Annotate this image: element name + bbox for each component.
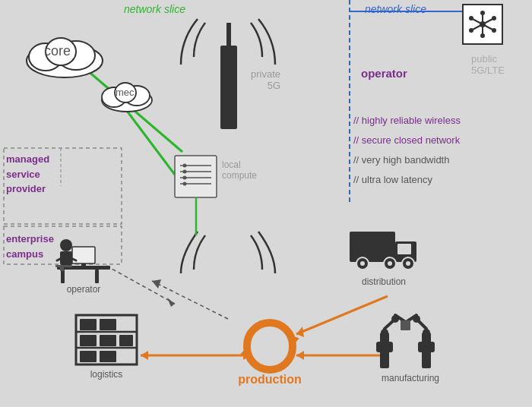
- shelf-svg: [72, 311, 141, 368]
- local-compute-label: local compute: [222, 159, 257, 181]
- svg-rect-80: [119, 335, 133, 346]
- svg-rect-8: [226, 23, 231, 47]
- public-5g-lte-label: public 5G/LTE: [471, 53, 505, 76]
- svg-rect-7: [220, 46, 237, 129]
- truck-svg: [346, 220, 422, 277]
- managed-service-provider-label: managed managed service provider service…: [6, 152, 49, 197]
- operator-right-label: operator: [361, 67, 407, 80]
- production-icon: production: [232, 315, 308, 386]
- svg-point-17: [183, 182, 187, 186]
- svg-point-51: [469, 16, 473, 21]
- feature2-line: // secure closed network: [353, 132, 461, 149]
- svg-rect-63: [60, 265, 64, 271]
- svg-point-58: [60, 239, 72, 251]
- svg-rect-54: [95, 270, 99, 283]
- svg-marker-22: [141, 351, 148, 360]
- distribution-icon: distribution: [346, 220, 422, 287]
- svg-marker-30: [152, 279, 161, 289]
- svg-point-70: [388, 261, 392, 266]
- network-hub-icon: [462, 4, 503, 45]
- svg-marker-20: [167, 298, 175, 307]
- network-slice-right-label: network slice: [365, 3, 426, 15]
- logistics-icon: logistics: [72, 311, 141, 380]
- svg-point-46: [480, 11, 485, 15]
- enterprise-campus-label: enterprise campus: [6, 232, 54, 261]
- svg-line-29: [152, 281, 228, 319]
- svg-rect-9: [175, 156, 217, 197]
- logistics-label: logistics: [72, 369, 141, 380]
- svg-rect-53: [61, 270, 65, 283]
- svg-rect-57: [77, 266, 90, 267]
- hub-svg: [467, 9, 498, 39]
- manufacturing-label: manufacturing: [372, 373, 448, 383]
- svg-rect-66: [397, 244, 411, 254]
- svg-point-49: [480, 33, 485, 38]
- svg-rect-77: [100, 319, 116, 330]
- feature1-line: // highly reliable wireless: [353, 112, 461, 129]
- svg-point-50: [469, 28, 473, 33]
- svg-point-68: [360, 261, 365, 266]
- robot-svg: [372, 311, 448, 372]
- feature-list: // highly reliable wireless // secure cl…: [353, 112, 461, 188]
- operator-person-svg: [49, 224, 118, 285]
- svg-rect-81: [80, 351, 97, 362]
- operator-icon: operator: [49, 224, 118, 295]
- svg-point-48: [492, 28, 496, 33]
- production-svg: [232, 315, 308, 376]
- manufacturing-icon: manufacturing: [372, 311, 448, 383]
- operator-bottom-label: operator: [49, 284, 118, 295]
- svg-rect-99: [401, 320, 410, 330]
- svg-rect-79: [100, 335, 116, 346]
- mec-cloud: mec: [99, 76, 156, 117]
- svg-rect-78: [80, 335, 97, 346]
- private-5g-label: private 5G: [251, 68, 280, 91]
- svg-rect-82: [100, 351, 116, 362]
- core-label: core: [44, 43, 71, 59]
- svg-point-47: [492, 16, 496, 21]
- svg-point-15: [183, 170, 187, 174]
- svg-point-72: [406, 261, 410, 266]
- svg-point-14: [183, 164, 187, 168]
- mec-label: mec: [116, 87, 135, 98]
- main-diagram: core mec network slice network slice pri…: [0, 0, 532, 407]
- network-slice-left-label: network slice: [124, 3, 185, 15]
- production-label: production: [232, 373, 308, 386]
- svg-rect-76: [80, 319, 97, 330]
- feature3-line: // very high bandwidth: [353, 152, 461, 169]
- core-cloud: core: [23, 27, 106, 83]
- distribution-label: distribution: [346, 276, 422, 287]
- svg-point-16: [183, 176, 187, 180]
- feature4-line: // ultra low latency: [353, 172, 461, 188]
